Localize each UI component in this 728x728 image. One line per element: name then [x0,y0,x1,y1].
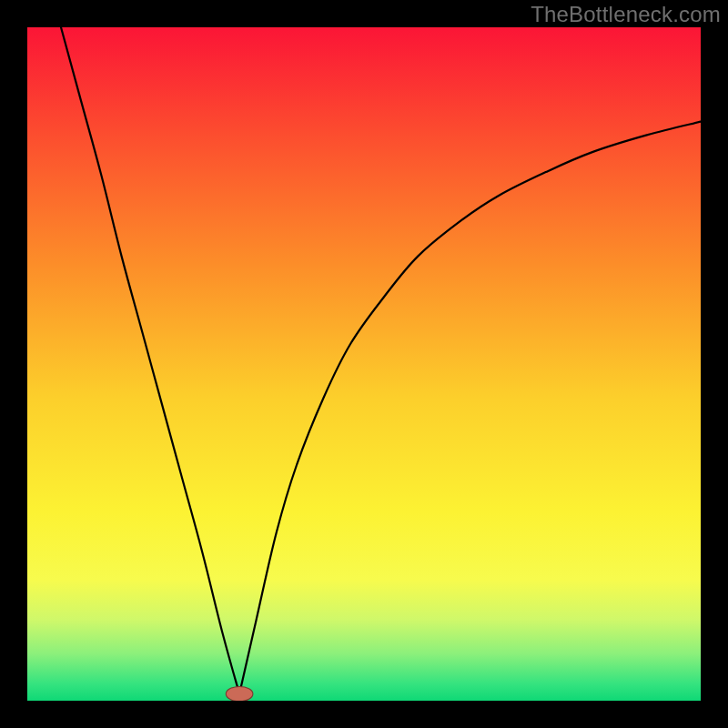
plot-area [27,27,701,701]
curve-minimum-marker [226,686,253,701]
curve-right-branch [239,122,701,694]
watermark-text: TheBottleneck.com [531,2,721,27]
plot-curve-layer [27,27,701,701]
curve-left-branch [61,27,239,694]
chart-frame: TheBottleneck.com [0,0,728,728]
